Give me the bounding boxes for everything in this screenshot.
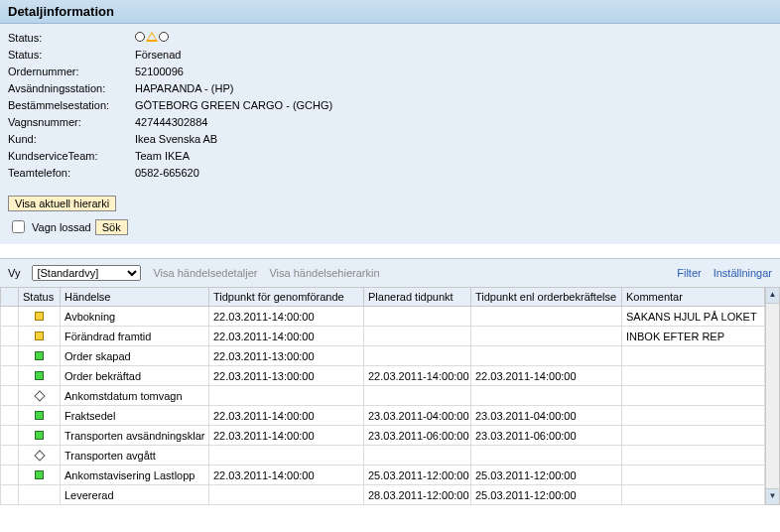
col-t2[interactable]: Planerad tidpunkt bbox=[364, 288, 471, 307]
scroll-up-icon[interactable]: ▲ bbox=[766, 288, 779, 304]
comment-cell bbox=[622, 366, 765, 386]
event-cell: Order bekräftad bbox=[61, 366, 209, 386]
info-label: Bestämmelsestation: bbox=[8, 97, 135, 114]
status-cell bbox=[19, 366, 61, 386]
table-row[interactable]: Ankomstdatum tomvagn bbox=[1, 386, 765, 406]
info-label: Kund: bbox=[8, 131, 135, 148]
grid-toolbar: Vy [Standardvy] Visa händelsedetaljer Vi… bbox=[0, 258, 780, 287]
events-table: Status Händelse Tidpunkt för genomförand… bbox=[0, 287, 765, 505]
col-t1[interactable]: Tidpunkt för genomförande bbox=[209, 288, 364, 307]
info-value: 0582-665620 bbox=[135, 165, 199, 182]
table-row[interactable]: Levererad28.03.2011-12:00:0025.03.2011-1… bbox=[1, 485, 765, 505]
t2-cell: 25.03.2011-12:00:00 bbox=[364, 466, 471, 485]
t2-cell bbox=[364, 386, 471, 406]
col-select[interactable] bbox=[1, 288, 19, 307]
search-button[interactable]: Sök bbox=[95, 219, 128, 235]
row-selector[interactable] bbox=[1, 485, 19, 505]
vy-label: Vy bbox=[8, 267, 20, 279]
event-cell: Transporten avgått bbox=[61, 446, 209, 466]
info-label: Teamtelefon: bbox=[8, 165, 135, 182]
scroll-down-icon[interactable]: ▼ bbox=[766, 488, 779, 504]
settings-link[interactable]: Inställningar bbox=[714, 267, 772, 279]
comment-cell bbox=[622, 386, 765, 406]
info-label: Ordernummer: bbox=[8, 64, 135, 80]
row-selector[interactable] bbox=[1, 446, 19, 466]
row-selector[interactable] bbox=[1, 406, 19, 426]
info-value: HAPARANDA - (HP) bbox=[135, 80, 233, 97]
comment-cell bbox=[622, 485, 765, 505]
table-header-row: Status Händelse Tidpunkt för genomförand… bbox=[1, 288, 765, 307]
event-cell: Avbokning bbox=[61, 307, 209, 327]
wagon-unloaded-checkbox[interactable] bbox=[12, 220, 25, 233]
col-t3[interactable]: Tidpunkt enl orderbekräftelse bbox=[471, 288, 622, 307]
filter-link[interactable]: Filter bbox=[677, 267, 701, 279]
t3-cell: 22.03.2011-14:00:00 bbox=[471, 366, 622, 386]
event-cell: Ankomstavisering Lastlopp bbox=[61, 466, 209, 485]
row-selector[interactable] bbox=[1, 346, 19, 366]
action-bar: Visa aktuell hierarki Vagn lossad Sök bbox=[0, 192, 780, 244]
table-row[interactable]: Avbokning22.03.2011-14:00:00SAKANS HJUL … bbox=[1, 307, 765, 327]
table-row[interactable]: Transporten avgått bbox=[1, 446, 765, 466]
t3-cell: 23.03.2011-06:00:00 bbox=[471, 426, 622, 446]
col-comment[interactable]: Kommentar bbox=[622, 288, 765, 307]
info-block: Status: Status:Försenad Ordernummer:5210… bbox=[0, 24, 780, 192]
row-selector[interactable] bbox=[1, 426, 19, 446]
status-cell bbox=[19, 386, 61, 406]
status-triangle-icon bbox=[146, 32, 158, 42]
t3-cell bbox=[471, 346, 622, 366]
status-green-icon bbox=[35, 351, 44, 360]
t3-cell: 23.03.2011-04:00:00 bbox=[471, 406, 622, 426]
t1-cell bbox=[209, 485, 364, 505]
table-row[interactable]: Order bekräftad22.03.2011-13:00:0022.03.… bbox=[1, 366, 765, 386]
show-event-details-link[interactable]: Visa händelsedetaljer bbox=[153, 267, 257, 279]
comment-cell: SAKANS HJUL PÅ LOKET bbox=[622, 307, 765, 327]
t2-cell: 23.03.2011-04:00:00 bbox=[364, 406, 471, 426]
info-value: 427444302884 bbox=[135, 114, 207, 131]
table-row[interactable]: Order skapad22.03.2011-13:00:00 bbox=[1, 346, 765, 366]
status-green-icon bbox=[35, 371, 44, 380]
status-diamond-icon bbox=[34, 390, 45, 401]
event-cell: Förändrad framtid bbox=[61, 327, 209, 346]
table-row[interactable]: Transporten avsändningsklar22.03.2011-14… bbox=[1, 426, 765, 446]
info-label: Status: bbox=[8, 47, 135, 64]
vertical-scrollbar[interactable]: ▲ ▼ bbox=[765, 287, 780, 505]
wagon-unloaded-label: Vagn lossad bbox=[32, 221, 91, 233]
scroll-track[interactable] bbox=[766, 304, 779, 488]
status-cell bbox=[19, 406, 61, 426]
t3-cell: 25.03.2011-12:00:00 bbox=[471, 485, 622, 505]
row-selector[interactable] bbox=[1, 386, 19, 406]
event-cell: Ankomstdatum tomvagn bbox=[61, 386, 209, 406]
col-status[interactable]: Status bbox=[19, 288, 61, 307]
t3-cell bbox=[471, 386, 622, 406]
table-row[interactable]: Förändrad framtid22.03.2011-14:00:00INBO… bbox=[1, 327, 765, 346]
row-selector[interactable] bbox=[1, 366, 19, 386]
info-value: Team IKEA bbox=[135, 148, 190, 165]
show-hierarchy-button[interactable]: Visa aktuell hierarki bbox=[8, 196, 116, 211]
status-cell bbox=[19, 426, 61, 446]
status-cell bbox=[19, 466, 61, 485]
col-event[interactable]: Händelse bbox=[61, 288, 209, 307]
show-event-hierarchy-link[interactable]: Visa händelsehierarkin bbox=[269, 267, 379, 279]
row-selector[interactable] bbox=[1, 327, 19, 346]
status-yellow-icon bbox=[35, 312, 44, 321]
t1-cell: 22.03.2011-14:00:00 bbox=[209, 466, 364, 485]
row-selector[interactable] bbox=[1, 466, 19, 485]
t1-cell: 22.03.2011-13:00:00 bbox=[209, 366, 364, 386]
row-selector[interactable] bbox=[1, 307, 19, 327]
table-row[interactable]: Ankomstavisering Lastlopp22.03.2011-14:0… bbox=[1, 466, 765, 485]
t1-cell: 22.03.2011-14:00:00 bbox=[209, 426, 364, 446]
status-circle-icon bbox=[135, 32, 145, 42]
t1-cell bbox=[209, 386, 364, 406]
status-circle-icon bbox=[159, 32, 169, 42]
comment-cell bbox=[622, 346, 765, 366]
comment-cell bbox=[622, 426, 765, 446]
status-green-icon bbox=[35, 411, 44, 420]
table-row[interactable]: Fraktsedel22.03.2011-14:00:0023.03.2011-… bbox=[1, 406, 765, 426]
t2-cell bbox=[364, 346, 471, 366]
t2-cell: 23.03.2011-06:00:00 bbox=[364, 426, 471, 446]
status-cell bbox=[19, 446, 61, 466]
vy-select[interactable]: [Standardvy] bbox=[32, 265, 141, 281]
status-diamond-icon bbox=[34, 450, 45, 461]
comment-cell bbox=[622, 406, 765, 426]
t2-cell bbox=[364, 327, 471, 346]
